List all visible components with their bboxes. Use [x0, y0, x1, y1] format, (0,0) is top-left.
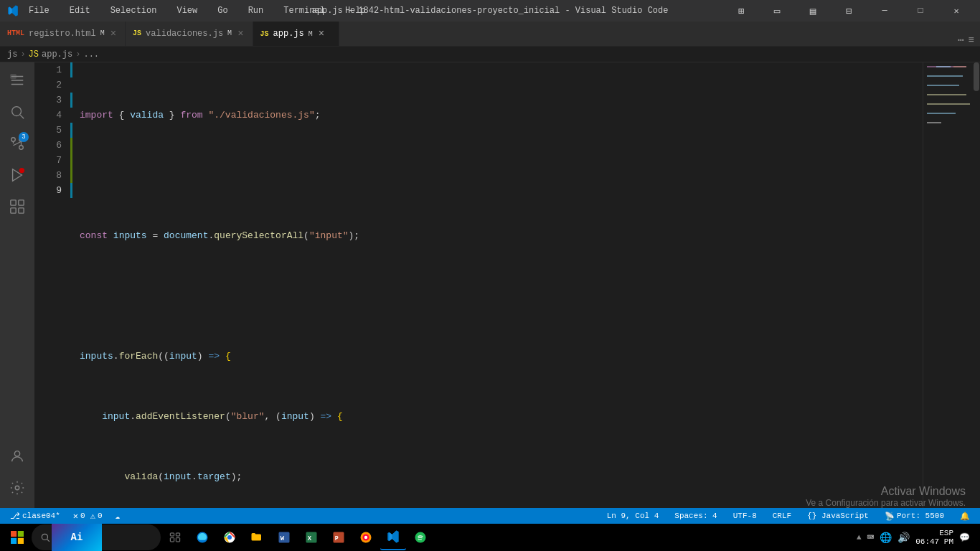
window-title: app.js - 1842-html-validaciones-proyecto…	[312, 6, 669, 16]
menu-view[interactable]: View	[172, 4, 202, 17]
taskbar-powerpoint[interactable]: P	[326, 524, 352, 550]
status-position[interactable]: Ln 9, Col 4	[603, 508, 664, 524]
taskbar-up-arrow[interactable]: ▲	[857, 533, 862, 542]
code-line-1[interactable]: import { valida } from "./validaciones.j…	[80, 108, 923, 123]
taskbar-notification-center[interactable]: 💬	[959, 532, 970, 543]
source-control-badge: 3	[19, 132, 29, 142]
menu-selection[interactable]: Selection	[106, 4, 161, 17]
svg-rect-29	[18, 538, 24, 544]
taskbar-time: 06:47 PM	[915, 537, 953, 546]
status-line-ending[interactable]: CRLF	[768, 508, 796, 524]
svg-rect-13	[11, 208, 16, 213]
line-num-4: 4	[42, 108, 62, 123]
taskbar-word[interactable]: W	[271, 524, 297, 550]
more-tabs-icon[interactable]: ≡	[969, 34, 974, 46]
tab-close-app[interactable]: ×	[317, 28, 326, 39]
taskbar-clock[interactable]: ESP 06:47 PM	[915, 529, 953, 546]
breadcrumb-appjs[interactable]: JS	[29, 50, 39, 60]
svg-text:P: P	[335, 535, 339, 542]
menu-edit[interactable]: Edit	[65, 4, 95, 17]
status-port[interactable]: 📡 Port: 5500	[880, 508, 948, 524]
activity-explorer[interactable]	[3, 66, 32, 95]
activity-run[interactable]	[3, 161, 32, 189]
status-branch[interactable]: ⎇ clase04*	[6, 508, 65, 524]
tab-modified-registro: M	[100, 29, 105, 37]
svg-rect-21	[927, 85, 959, 86]
tab-modified-validaciones: M	[227, 29, 232, 37]
line-num-6: 6	[42, 138, 62, 153]
tab-modified-app: M	[308, 30, 313, 38]
taskbar-chrome[interactable]	[217, 524, 242, 550]
code-line-7[interactable]: valida(input.target);	[80, 469, 923, 484]
taskbar-taskview[interactable]	[162, 524, 188, 550]
taskbar-volume[interactable]: 🔊	[897, 532, 910, 544]
editor-wrapper: 1 2 3 4 5 6 7 8 9 i	[34, 62, 980, 508]
taskbar-start-button[interactable]	[4, 524, 30, 550]
tab-app[interactable]: JS app.js M ×	[253, 22, 339, 46]
line-num-5: 5	[42, 123, 62, 138]
breadcrumb-dots[interactable]: ...	[83, 50, 99, 60]
tab-close-registro[interactable]: ×	[109, 28, 118, 39]
tab-label-registro[interactable]: registro.html	[29, 29, 96, 39]
svg-rect-18	[936, 66, 951, 67]
code-line-3[interactable]: const inputs = document.querySelectorAll…	[80, 228, 923, 243]
window-controls[interactable]: ⊞ ▭ ▤ ⊟ ─ □ ✕	[725, 0, 973, 22]
code-line-5[interactable]: inputs.forEach((input) => {	[80, 349, 923, 364]
scrollbar-track[interactable]	[973, 62, 980, 508]
status-remote[interactable]: ☁	[111, 508, 125, 524]
svg-line-2	[20, 115, 24, 118]
tab-registro[interactable]: HTML registro.html M ×	[0, 22, 126, 46]
code-line-2[interactable]	[80, 168, 923, 183]
taskbar-firefox[interactable]	[353, 524, 379, 550]
status-language[interactable]: {} JavaScript	[803, 508, 873, 524]
scrollbar-thumb[interactable]	[974, 62, 979, 91]
tab-close-validaciones[interactable]: ×	[236, 28, 245, 39]
activity-account[interactable]	[3, 442, 32, 471]
activity-search[interactable]	[3, 98, 32, 126]
status-encoding[interactable]: UTF-8	[729, 508, 761, 524]
code-content[interactable]: import { valida } from "./validaciones.j…	[72, 62, 923, 508]
breadcrumb-sep2: ›	[75, 50, 80, 60]
tab-validaciones[interactable]: JS validaciones.js M ×	[126, 22, 253, 46]
menu-go[interactable]: Go	[213, 4, 232, 17]
tab-label-validaciones[interactable]: validaciones.js	[146, 29, 223, 39]
activity-extensions[interactable]	[3, 192, 32, 221]
code-line-6[interactable]: input.addEventListener("blur", (input) =…	[80, 409, 923, 424]
activity-source-control[interactable]: 3	[3, 129, 32, 158]
minimize-button[interactable]: ─	[868, 0, 901, 22]
close-button[interactable]: ✕	[940, 0, 973, 22]
status-notifications[interactable]: 🔔	[956, 508, 974, 524]
taskbar-edge[interactable]	[189, 524, 215, 550]
taskbar-explorer[interactable]	[244, 524, 270, 550]
svg-rect-25	[927, 122, 941, 123]
svg-line-31	[47, 540, 50, 542]
activity-bar: 3	[0, 62, 34, 508]
svg-point-3	[11, 138, 16, 142]
taskbar-ai-button[interactable]: Ai	[52, 524, 102, 551]
taskbar-network[interactable]: 🌐	[880, 532, 892, 544]
layout-icon[interactable]: ⊞	[725, 0, 758, 22]
maximize-button[interactable]: □	[904, 0, 937, 22]
code-line-4[interactable]	[80, 288, 923, 303]
activity-settings[interactable]	[3, 474, 32, 502]
taskbar-vscode-pinned[interactable]	[380, 524, 406, 550]
svg-rect-22	[927, 94, 966, 95]
line-numbers: 1 2 3 4 5 6 7 8 9	[34, 62, 70, 508]
status-spaces[interactable]: Spaces: 4	[670, 508, 721, 524]
breadcrumb-js[interactable]: js	[7, 50, 17, 60]
taskbar-excel[interactable]: X	[298, 524, 324, 550]
sidebar-icon[interactable]: ▤	[796, 0, 829, 22]
panel-icon[interactable]: ▭	[760, 0, 793, 22]
error-count: 0	[80, 512, 85, 520]
antenna-icon: 📡	[885, 512, 895, 521]
breadcrumb-appjs-label[interactable]: app.js	[42, 50, 72, 60]
tab-label-app[interactable]: app.js	[273, 29, 304, 39]
status-errors[interactable]: ✕ 0 ⚠ 0	[69, 508, 107, 524]
taskbar-keyboard[interactable]: ⌨	[867, 530, 875, 545]
grid-icon[interactable]: ⊟	[832, 0, 865, 22]
menu-file[interactable]: File	[24, 4, 54, 17]
split-editor-icon[interactable]: ⋯	[958, 34, 963, 46]
error-icon: ✕	[73, 511, 78, 522]
menu-run[interactable]: Run	[244, 4, 268, 17]
taskbar-spotify[interactable]	[407, 524, 433, 550]
